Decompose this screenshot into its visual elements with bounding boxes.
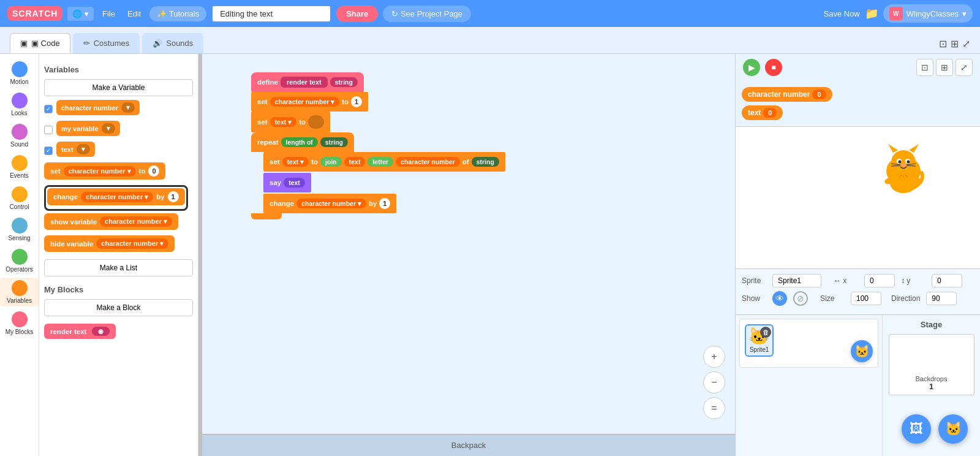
set3-label: set [270,158,280,165]
zoom-reset-button[interactable]: = [703,397,725,419]
make-block-button[interactable]: Make a Block [44,299,193,316]
variables-label: Variables [7,297,32,304]
category-motion[interactable]: Motion [0,59,39,88]
make-variable-button[interactable]: Make a Variable [44,79,193,96]
change2-val[interactable]: 1 [379,198,390,209]
change-charnum-block[interactable]: change character number ▾ by 1 [47,188,185,205]
show-var-block[interactable]: show variable character number ▾ [44,213,178,230]
define-label: define [257,78,278,86]
sprite-name-input[interactable] [772,274,821,287]
size-input[interactable] [851,292,881,305]
direction-label: Direction [891,294,920,303]
small-stage-button[interactable]: ⊡ [939,38,947,50]
svg-point-6 [899,161,902,164]
zoom-in-button[interactable]: + [703,346,725,368]
add-sprite-button[interactable]: 🐱 [851,340,873,362]
charnum-block[interactable]: character number ▾ [56,100,140,115]
block-say[interactable]: say text [263,173,311,192]
fullscreen-button[interactable]: ⤢ [962,38,970,50]
user-badge[interactable]: W WlingyClasses ▾ [883,4,973,23]
category-my-blocks[interactable]: My Blocks [0,309,39,338]
sound-label: Sound [10,141,28,148]
text-checkbox[interactable] [44,146,53,155]
set-val-pill[interactable]: 0 [148,165,159,177]
block-change-charnum[interactable]: change character number ▾ by 1 [263,194,396,213]
stage-flag-controls: ▶ ■ [743,59,782,76]
category-control[interactable]: Control [0,184,39,213]
project-title-input[interactable] [211,5,331,23]
y-input[interactable] [932,274,962,287]
stop-button[interactable]: ■ [765,59,782,76]
stage-backdrop-item[interactable]: Backdrops 1 [889,334,974,395]
hide-var-block[interactable]: hide variable character number ▾ [44,235,175,252]
direction-input[interactable] [926,292,957,305]
tab-costumes[interactable]: ✏ Costumes [73,33,140,53]
code-canvas[interactable]: define render text string set character … [202,54,735,431]
repeat-string: string [320,137,348,147]
zoom-out-button[interactable]: − [703,371,725,393]
block-set-join[interactable]: set text ▾ to join text letter character… [263,152,505,172]
render-text-block[interactable]: render text ◉ [44,324,116,339]
set-charnum-block[interactable]: set character number ▾ to 0 [44,162,165,180]
change2-var: character number ▾ [296,199,366,208]
block-set-charnum[interactable]: set character number ▾ to 1 [251,92,368,112]
category-sensing[interactable]: Sensing [0,215,39,244]
category-sound[interactable]: Sound [0,121,39,150]
set1-val[interactable]: 1 [351,96,362,107]
text-block-dropdown[interactable]: ▾ [77,144,90,154]
sound-dot [12,124,28,140]
blocks-panel: Variables Make a Variable character numb… [39,54,198,456]
myvar-checkbox[interactable] [44,126,53,134]
see-project-button[interactable]: ↻ See Project Page [383,6,471,22]
user-menu-chevron: ▾ [962,9,967,18]
fullscreen-stage-button[interactable]: ⤢ [956,59,973,76]
tab-sounds[interactable]: 🔊 Sounds [142,33,203,53]
large-stage-button[interactable]: ⊞ [951,38,959,50]
backpack-bar[interactable]: Backpack [202,434,735,456]
globe-button[interactable]: 🌐 ▾ [67,7,94,21]
normal-stage-button[interactable]: ⊞ [936,59,953,76]
tab-code[interactable]: ▣ ▣ Code [10,33,70,53]
x-input[interactable] [864,274,895,287]
block-repeat[interactable]: repeat length of string [251,132,354,152]
my-blocks-dot [12,311,28,327]
category-events[interactable]: Events [0,153,39,181]
add-sprite-fab[interactable]: 🐱 [938,414,968,444]
show-label: Show [742,294,766,303]
charnum-checkbox[interactable] [44,105,53,113]
charnum-monitor-badge: character number 0 [742,87,832,102]
sprite-item-sprite1[interactable]: 🗑 🐱 Sprite1 [745,324,774,357]
myvar-block[interactable]: my variable ▾ [56,121,120,136]
block-set-text[interactable]: set text ▾ to [251,112,330,132]
category-variables[interactable]: Variables [0,278,39,306]
save-now-button[interactable]: Save Now [824,9,860,18]
narrow-stage-button[interactable]: ⊡ [916,59,933,76]
folder-icon-button[interactable]: 📁 [865,7,878,20]
change-var-pill: character number ▾ [81,192,153,202]
add-backdrop-fab[interactable]: 🖼 [902,414,931,444]
myvar-block-dropdown[interactable]: ▾ [102,123,115,134]
show-eye-button[interactable]: 👁 [772,291,787,306]
block-define[interactable]: define render text string [251,72,364,92]
repeat-body: set text ▾ to join text letter character… [263,152,505,213]
make-list-button[interactable]: Make a List [44,259,193,276]
green-flag-button[interactable]: ▶ [743,59,760,76]
looks-label: Looks [11,110,28,116]
cat-svg [876,139,931,194]
backpack-label: Backpack [451,441,486,450]
file-menu[interactable]: File [99,7,119,21]
sprite-delete-button[interactable]: 🗑 [760,327,771,338]
category-looks[interactable]: Looks [0,90,39,119]
charnum-block-dropdown[interactable]: ▾ [121,102,135,113]
sprite-props-row: Show 👁 ⊘ Size Direction [742,291,974,306]
category-operators[interactable]: Operators [0,246,39,275]
change-val-pill[interactable]: 1 [168,191,179,202]
text-block[interactable]: text ▾ [56,142,95,157]
set1-var: character number ▾ [270,97,340,107]
set1-label: set [257,98,268,105]
sprite-name-row: Sprite ↔ x ↕ y [742,274,974,287]
edit-menu[interactable]: Edit [124,7,145,21]
tutorials-button[interactable]: ✨ Tutorials [149,6,206,21]
hide-eye-button[interactable]: ⊘ [793,291,808,306]
share-button[interactable]: Share [336,6,378,22]
